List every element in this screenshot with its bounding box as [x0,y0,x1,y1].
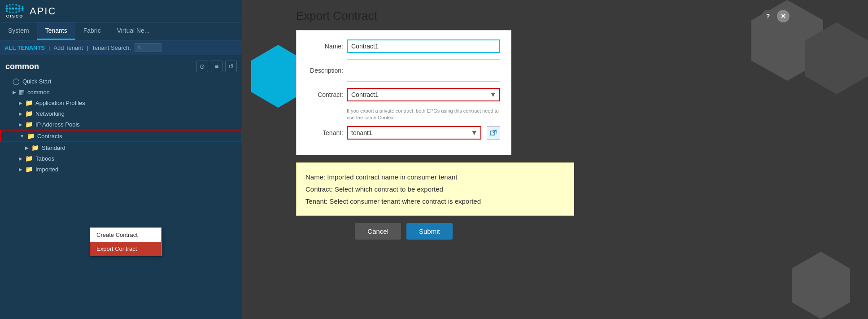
toolbar-sep2: | [87,44,88,51]
tenant-name: common [5,62,39,71]
tab-tenants[interactable]: Tenants [37,22,75,40]
contract-select[interactable]: Contract1 [348,89,487,101]
tree-item-label: IP Address Pools [35,121,80,128]
cisco-bars [5,4,24,13]
tenant-select-arrow: ▼ [468,129,480,137]
tree-item-contracts[interactable]: ▼ 📁 Contracts [0,130,242,142]
dialog-help-button[interactable]: ? [762,10,774,22]
context-menu: Create Contract Export Contract [90,227,161,256]
tree-item-app-profiles[interactable]: ▶ 📁 Application Profiles [0,97,242,108]
folder-icon: 📁 [25,166,33,173]
tab-fabric[interactable]: Fabric [75,22,109,40]
tree-item-taboos[interactable]: ▶ 📁 Taboos [0,153,242,164]
toolbar-sep1: | [48,44,50,51]
tree-item-label: Taboos [35,155,54,162]
description-row: Description: [307,59,500,82]
contract-hint: If you export a private contract, both E… [347,108,500,122]
tab-system[interactable]: System [0,22,37,40]
svg-point-9 [15,8,17,10]
dialog-form: Name: Description: Contract: Contract1 ▼… [296,30,511,155]
dialog-title-icons: ? ✕ [762,10,789,22]
tenant-select[interactable]: tenant1 [348,127,468,139]
tooltip-line1: Name: Imported contract name in consumer… [305,171,565,183]
tab-virtual[interactable]: Virtual Ne... [109,22,158,40]
tenant-icon-list[interactable]: ≡ [211,61,222,72]
name-label: Name: [307,43,343,50]
svg-point-8 [13,12,14,13]
cisco-logo: CISCO [5,4,24,18]
chevron-icon: ▶ [19,101,22,105]
description-label: Description: [307,67,343,74]
grid-icon: ▦ [19,88,25,96]
dialog-close-button[interactable]: ✕ [777,10,789,22]
tree-item-label: Contracts [37,133,62,140]
chevron-icon: ▶ [13,90,16,95]
dialog-title-text: Export Contract [296,9,377,23]
folder-icon: 📁 [25,110,33,117]
folder-icon: 📁 [25,121,33,128]
svg-point-11 [15,11,17,13]
cisco-wordmark: CISCO [6,14,24,18]
contract-row: Contract: Contract1 ▼ [307,88,500,101]
tree-area: common ⊙ ≡ ↺ ◯ Quick Start ▶ ▦ common ▶ … [0,55,242,319]
svg-point-0 [6,8,8,10]
tree-item-label: Application Profiles [35,100,85,106]
circle-icon: ◯ [13,78,20,85]
svg-point-10 [15,4,17,6]
tooltip-line2: Contract: Select which contract to be ex… [305,183,565,195]
add-tenant-link[interactable]: Add Tenant [53,44,83,51]
tenant-icon-edit[interactable]: ⊙ [196,61,208,72]
tenant-search-label: Tenant Search: [92,44,131,51]
tenant-toolbar: ALL TENANTS | Add Tenant | Tenant Search… [0,40,242,55]
folder-icon: 📁 [31,144,39,151]
svg-rect-18 [490,131,495,135]
svg-point-5 [9,11,11,13]
tree-item-standard[interactable]: ▶ 📁 Standard [0,142,242,153]
tenant-icons: ⊙ ≡ ↺ [196,61,237,72]
tooltip-box: Name: Imported contract name in consumer… [296,162,574,216]
context-menu-export-contract[interactable]: Export Contract [90,242,161,256]
tree-item-networking[interactable]: ▶ 📁 Networking [0,108,242,119]
svg-point-12 [18,8,21,10]
dialog-buttons: Cancel Submit [296,223,511,240]
svg-point-3 [9,8,11,10]
tree-item-imported[interactable]: ▶ 📁 Imported [0,164,242,175]
contract-label: Contract: [307,91,343,98]
tree-item-common[interactable]: ▶ ▦ common [0,87,242,97]
chevron-icon: ▶ [19,156,22,161]
folder-icon: 📁 [25,99,33,106]
tenant-label: Tenant: [307,129,343,136]
tree-item-quick-start[interactable]: ◯ Quick Start [0,76,242,87]
dialog-container: Export Contract ? ✕ Name: Description: C… [296,9,789,240]
cancel-button[interactable]: Cancel [355,223,401,240]
tree-item-label: Quick Start [22,78,51,85]
folder-icon: 📁 [27,132,35,140]
context-menu-create-contract[interactable]: Create Contract [90,228,161,242]
tenant-external-button[interactable] [487,126,500,140]
description-input[interactable] [347,59,500,82]
folder-icon: 📁 [25,155,33,162]
svg-point-13 [18,5,20,7]
name-input[interactable] [347,39,500,53]
svg-point-14 [18,10,20,12]
apic-title: APIC [30,5,56,17]
tenant-select-wrapper: tenant1 ▼ [347,126,481,140]
name-row: Name: [307,39,500,53]
app-header: CISCO APIC [0,0,242,22]
deco-hex-3 [792,252,850,319]
tenant-search-input[interactable] [135,43,161,52]
tenant-header: common ⊙ ≡ ↺ [0,59,242,74]
svg-point-15 [22,8,24,10]
contract-select-wrapper: Contract1 ▼ [347,88,500,101]
submit-button[interactable]: Submit [406,223,453,240]
tenant-icon-refresh[interactable]: ↺ [225,61,237,72]
tenant-row: Tenant: tenant1 ▼ [307,126,500,140]
dialog-title-row: Export Contract ? ✕ [296,9,789,23]
svg-point-2 [6,10,8,12]
all-tenants-link[interactable]: ALL TENANTS [4,44,45,51]
tree-item-ip-pools[interactable]: ▶ 📁 IP Address Pools [0,119,242,130]
svg-point-1 [6,5,8,7]
svg-point-6 [12,8,14,10]
right-panel: Export Contract ? ✕ Name: Description: C… [242,0,868,319]
chevron-icon: ▶ [25,145,29,150]
